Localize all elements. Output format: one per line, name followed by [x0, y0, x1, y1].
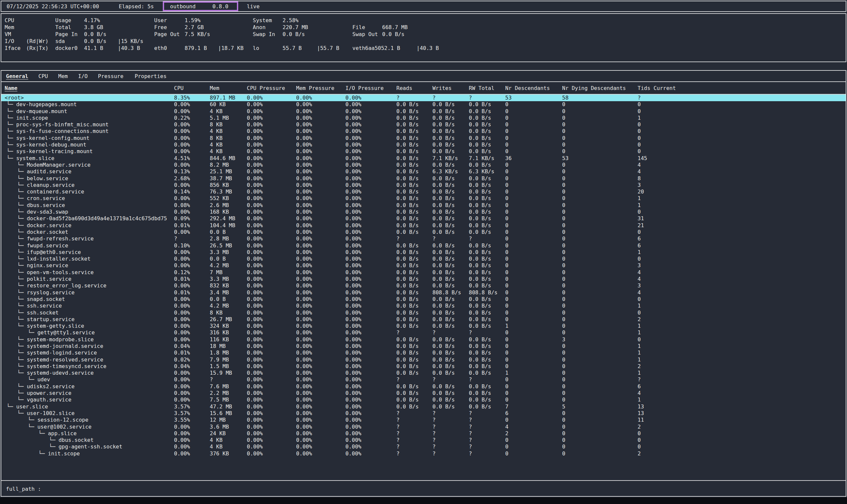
cgroup-row[interactable]: └─ dev-hugepages.mount0.00%60 KB0.00%0.0… — [1, 101, 846, 108]
cgroup-row[interactable]: └─ user-1002.slice3.57%15.6 MB0.00%0.00%… — [1, 410, 846, 417]
cgroup-row[interactable]: └─ session-12.scope3.55%12 MB0.00%0.00%0… — [1, 417, 846, 423]
cgroup-row[interactable]: └─ systemd-logind.service0.01%1.8 MB0.00… — [1, 349, 846, 356]
cgroup-row[interactable]: └─ dbus.service0.08%2.6 MB0.00%0.00%0.00… — [1, 202, 846, 209]
cgroup-row[interactable]: └─ init.scope0.00%376 KB0.00%0.00%0.00%?… — [1, 450, 846, 457]
cgroup-row[interactable]: └─ auditd.service0.13%25.1 MB0.00%0.00%0… — [1, 168, 846, 175]
cell-cpu: 0.00% — [174, 397, 190, 403]
cgroup-row[interactable]: └─ docker.socket0.00%0.0 B0.00%0.00%0.00… — [1, 229, 846, 235]
cgroup-row[interactable]: └─ rsyslog.service0.01%3.4 MB0.00%0.00%0… — [1, 289, 846, 296]
cgroup-row[interactable]: └─ startup.service0.00%26.7 MB0.00%0.00%… — [1, 316, 846, 323]
cgroup-row[interactable]: └─ system-modprobe.slice0.00%116 KB0.00%… — [1, 336, 846, 343]
cgroup-row[interactable]: └─ docker-0ad5f2ba690d3d49a4e13719a1c4c6… — [1, 215, 846, 222]
cell-cpu: 0.00% — [174, 162, 190, 168]
cgroup-row[interactable]: └─ dev-sda3.swap0.00%168 KB0.00%0.00%0.0… — [1, 209, 846, 215]
tab-i-o[interactable]: I/O — [78, 73, 88, 79]
tab-pressure[interactable]: Pressure — [98, 73, 123, 79]
cell-mem-pressure: 0.00% — [296, 242, 312, 249]
cell-reads: ? — [396, 94, 400, 101]
cell-tids-current: 1 — [638, 349, 641, 356]
cgroup-row[interactable]: └─ nginx.service0.00%4.2 MB0.00%0.00%0.0… — [1, 262, 846, 269]
cgroup-row[interactable]: └─ system-getty.slice0.00%324 KB0.00%0.0… — [1, 323, 846, 329]
cgroup-row[interactable]: └─ open-vm-tools.service0.12%7 MB0.00%0.… — [1, 269, 846, 276]
cgroup-row[interactable]: └─ below.service2.68%38.7 MB0.00%0.00%0.… — [1, 175, 846, 182]
cell-rw-total: 0.0 B/s — [469, 343, 491, 349]
cgroup-row[interactable]: └─ sys-kernel-config.mount0.00%8 KB0.00%… — [1, 135, 846, 142]
tab-mem[interactable]: Mem — [58, 73, 68, 79]
cell-tids-current: 2 — [638, 363, 641, 370]
cgroup-row[interactable]: └─ lxd-installer.socket0.00%0.0 B0.00%0.… — [1, 256, 846, 262]
cgroup-row[interactable]: └─ udev0.00%?0.00%0.00%0.00%???00? — [1, 376, 846, 383]
tab-general[interactable]: General — [6, 73, 28, 79]
cell-cpu-pressure: 0.00% — [247, 363, 263, 370]
cgroup-row[interactable]: └─ udisks2.service0.00%7.6 MB0.00%0.00%0… — [1, 383, 846, 390]
cell-tids-current: 2 — [638, 450, 641, 457]
cell-tids-current: 0 — [638, 209, 641, 215]
cell-reads: 0.0 B/s — [396, 269, 419, 276]
cell-tids-current: 13 — [638, 410, 644, 417]
cgroup-row[interactable]: └─ ssh.socket0.00%8 KB0.00%0.00%0.00%0.0… — [1, 309, 846, 316]
cell-nr-descendants: 0 — [505, 376, 509, 383]
cgroup-name: └─ sys-kernel-debug.mount — [6, 142, 86, 148]
cell-mem: 856 KB — [210, 182, 229, 188]
cell-nr-dying-descendants: 0 — [562, 235, 565, 242]
cgroup-row[interactable]: └─ fwupd.service0.10%26.5 MB0.00%0.00%0.… — [1, 242, 846, 249]
cell-nr-descendants: 0 — [505, 215, 509, 222]
cgroup-row[interactable]: └─ ModemManager.service0.00%8.2 MB0.00%0… — [1, 162, 846, 168]
cgroup-row[interactable]: └─ proc-sys-fs-binfmt_misc.mount0.00%8 K… — [1, 121, 846, 128]
cgroup-name: └─ system.slice — [6, 155, 55, 162]
cgroup-row[interactable]: └─ app.slice0.00%24 KB0.00%0.00%0.00%???… — [1, 430, 846, 437]
cgroup-row[interactable]: └─ docker.service0.01%104.4 MB0.00%0.00%… — [1, 222, 846, 229]
cell-writes: 0.0 B/s — [433, 135, 455, 142]
cgroup-row[interactable]: └─ dev-mqueue.mount0.00%4 KB0.00%0.00%0.… — [1, 108, 846, 115]
cell-nr-descendants: 6 — [505, 410, 509, 417]
cgroup-row[interactable]: └─ sys-kernel-tracing.mount0.00%4 KB0.00… — [1, 148, 846, 155]
cell-reads: 0.0 B/s — [396, 162, 419, 168]
cell-cpu: 0.00% — [174, 148, 190, 155]
cgroup-row[interactable]: └─ dbus.socket0.00%4 KB0.00%0.00%0.00%??… — [1, 437, 846, 444]
cgroup-row[interactable]: └─ systemd-journald.service0.04%18 MB0.0… — [1, 343, 846, 349]
tab-properties[interactable]: Properties — [135, 73, 166, 79]
cell-io-pressure: 0.00% — [346, 437, 361, 444]
cell-io-pressure: 0.00% — [346, 383, 361, 390]
cgroup-name: └─ dev-mqueue.mount — [6, 108, 67, 115]
cell-cpu: 0.00% — [174, 101, 190, 108]
cgroup-row[interactable]: <root>8.35%897.1 MB0.00%0.00%0.00%???535… — [1, 94, 846, 101]
cell-cpu: 0.04% — [174, 363, 190, 370]
cell-io-pressure: 0.00% — [346, 142, 361, 148]
cgroup-row[interactable]: └─ getty@tty1.service0.00%316 KB0.00%0.0… — [1, 329, 846, 336]
footer-divider — [1, 480, 846, 481]
cgroup-name: └─ docker-0ad5f2ba690d3d49a4e13719a1c4c6… — [17, 215, 167, 222]
cgroup-row[interactable]: └─ cron.service0.00%552 KB0.00%0.00%0.00… — [1, 195, 846, 202]
tab-cpu[interactable]: CPU — [38, 73, 48, 79]
cgroup-row[interactable]: └─ user.slice3.57%47.2 MB0.00%0.00%0.00%… — [1, 403, 846, 410]
cgroup-row[interactable]: └─ systemd-timesyncd.service0.04%1.5 MB0… — [1, 363, 846, 370]
cgroup-row[interactable]: └─ user@1002.service0.00%3.6 MB0.00%0.00… — [1, 424, 846, 430]
cgroup-row[interactable]: └─ containerd.service0.14%76.3 MB0.00%0.… — [1, 188, 846, 195]
cgroup-row[interactable]: └─ cleanup.service0.00%856 KB0.00%0.00%0… — [1, 182, 846, 188]
cgroup-row[interactable]: └─ snapd.socket0.00%0.0 B0.00%0.00%0.00%… — [1, 296, 846, 303]
cell-nr-dying-descendants: 0 — [562, 417, 565, 423]
cgroup-row[interactable]: └─ vgauth.service0.00%7.5 MB0.00%0.00%0.… — [1, 397, 846, 403]
cgroup-row[interactable]: └─ fwupd-refresh.service?2.8 MB0.00%0.00… — [1, 235, 846, 242]
cgroup-row[interactable]: └─ polkit.service0.01%3.3 MB0.00%0.00%0.… — [1, 276, 846, 283]
cell-reads: 0.0 B/s — [396, 390, 419, 397]
cgroup-row[interactable]: └─ upower.service0.00%2.2 MB0.00%0.00%0.… — [1, 390, 846, 397]
cell-reads: 0.0 B/s — [396, 121, 419, 128]
column-header-tids-current: Tids Current — [638, 85, 676, 91]
cell-rw-total: 0.0 B/s — [469, 229, 491, 235]
cgroup-row[interactable]: └─ system.slice4.51%844.6 MB0.00%0.00%0.… — [1, 155, 846, 162]
cell-mem: 38.7 MB — [210, 175, 232, 182]
cgroup-row[interactable]: └─ ssh.service0.00%4.2 MB0.00%0.00%0.00%… — [1, 303, 846, 309]
cgroup-row[interactable]: └─ ifup@eth0.service0.00%3.3 MB0.00%0.00… — [1, 249, 846, 256]
cell-mem: 8 KB — [210, 135, 223, 142]
cgroup-row[interactable]: └─ sys-fs-fuse-connections.mount0.00%4 K… — [1, 128, 846, 134]
cell-writes: ? — [433, 437, 436, 444]
cgroup-row[interactable]: └─ gpg-agent-ssh.socket0.00%4 KB0.00%0.0… — [1, 444, 846, 450]
cell-mem-pressure: 0.00% — [296, 182, 312, 188]
cgroup-row[interactable]: └─ restore_error_log.service0.00%832 KB0… — [1, 283, 846, 289]
cgroup-row[interactable]: └─ sys-kernel-debug.mount0.00%4 KB0.00%0… — [1, 142, 846, 148]
cgroup-row[interactable]: └─ init.scope0.22%5.1 MB0.00%0.00%0.00%0… — [1, 115, 846, 121]
cgroup-row[interactable]: └─ systemd-udevd.service0.00%15.9 MB0.00… — [1, 370, 846, 376]
cell-cpu: 0.01% — [174, 222, 190, 229]
cgroup-row[interactable]: └─ systemd-resolved.service0.02%7.9 MB0.… — [1, 357, 846, 363]
